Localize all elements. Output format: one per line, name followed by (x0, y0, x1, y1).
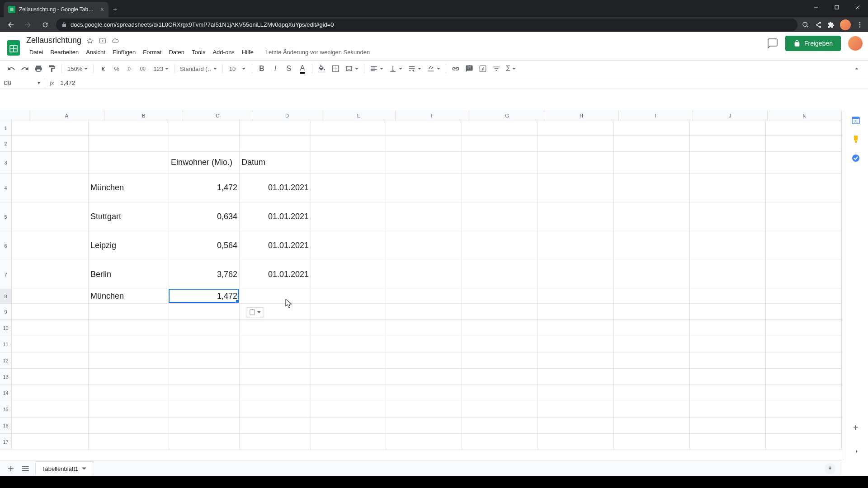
cell-E6[interactable] (311, 231, 386, 260)
cell-E8[interactable] (311, 289, 386, 304)
cell-H13[interactable] (538, 369, 614, 385)
cell-G2[interactable] (462, 136, 538, 152)
cell-C6[interactable]: 0,564 (169, 231, 240, 260)
cell-K11[interactable] (766, 336, 842, 352)
cell-K6[interactable] (766, 231, 842, 260)
cell-E16[interactable] (311, 418, 386, 434)
cell-F14[interactable] (386, 385, 462, 401)
cell-I1[interactable] (614, 121, 690, 136)
cell-F4[interactable] (386, 174, 462, 202)
cell-A14[interactable] (12, 385, 89, 401)
maximize-button[interactable] (826, 0, 847, 14)
cell-B13[interactable] (89, 369, 169, 385)
cell-D5[interactable]: 01.01.2021 (240, 202, 311, 231)
cell-I12[interactable] (614, 352, 690, 369)
cell-I17[interactable] (614, 434, 690, 450)
extensions-icon[interactable] (827, 21, 835, 28)
cell-C11[interactable] (169, 336, 240, 352)
cell-F6[interactable] (386, 231, 462, 260)
back-button[interactable] (5, 19, 17, 31)
cell-B4[interactable]: München (89, 174, 169, 202)
cell-B7[interactable]: Berlin (89, 260, 169, 289)
cell-H17[interactable] (538, 434, 614, 450)
cell-D1[interactable] (240, 121, 311, 136)
row-header-9[interactable]: 9 (0, 304, 11, 320)
cell-A16[interactable] (12, 418, 89, 434)
currency-button[interactable]: € (97, 63, 109, 75)
cell-H11[interactable] (538, 336, 614, 352)
decrease-decimal-button[interactable]: .0← (124, 63, 136, 75)
merge-dropdown[interactable] (343, 65, 360, 73)
new-tab-button[interactable]: + (113, 5, 117, 14)
cell-G11[interactable] (462, 336, 538, 352)
profile-avatar[interactable] (840, 19, 851, 30)
cell-G6[interactable] (462, 231, 538, 260)
cell-B17[interactable] (89, 434, 169, 450)
cell-C10[interactable] (169, 320, 240, 336)
sheet-tab[interactable]: Tabellenblatt1 (35, 461, 93, 476)
cell-C15[interactable] (169, 401, 240, 418)
cell-I7[interactable] (614, 260, 690, 289)
cell-E10[interactable] (311, 320, 386, 336)
wrap-dropdown[interactable] (406, 65, 423, 73)
cell-C4[interactable]: 1,472 (169, 174, 240, 202)
row-header-6[interactable]: 6 (0, 231, 11, 260)
italic-button[interactable]: I (269, 63, 281, 75)
cell-B9[interactable] (89, 304, 169, 320)
cell-D11[interactable] (240, 336, 311, 352)
cell-D15[interactable] (240, 401, 311, 418)
menu-einfügen[interactable]: Einfügen (109, 47, 139, 57)
cell-F3[interactable] (386, 152, 462, 174)
row-header-13[interactable]: 13 (0, 369, 11, 385)
add-sheet-button[interactable] (6, 464, 15, 473)
col-header-K[interactable]: K (768, 110, 842, 121)
doc-title[interactable]: Zellausrichtung (26, 36, 81, 45)
cell-H2[interactable] (538, 136, 614, 152)
cell-I10[interactable] (614, 320, 690, 336)
undo-button[interactable] (5, 63, 17, 75)
cell-K17[interactable] (766, 434, 842, 450)
menu-icon[interactable] (856, 21, 863, 28)
cell-B8[interactable]: München (89, 289, 169, 304)
cell-J17[interactable] (690, 434, 766, 450)
cell-G15[interactable] (462, 401, 538, 418)
cell-A9[interactable] (12, 304, 89, 320)
sheets-logo[interactable] (5, 38, 23, 56)
cell-C12[interactable] (169, 352, 240, 369)
cell-H4[interactable] (538, 174, 614, 202)
cell-F16[interactable] (386, 418, 462, 434)
cell-K15[interactable] (766, 401, 842, 418)
cell-B14[interactable] (89, 385, 169, 401)
col-header-I[interactable]: I (619, 110, 693, 121)
cell-J15[interactable] (690, 401, 766, 418)
cell-D4[interactable]: 01.01.2021 (240, 174, 311, 202)
cell-A3[interactable] (12, 152, 89, 174)
cell-J9[interactable] (690, 304, 766, 320)
menu-ansicht[interactable]: Ansicht (83, 47, 108, 57)
cell-A15[interactable] (12, 401, 89, 418)
cell-C16[interactable] (169, 418, 240, 434)
filter-button[interactable] (491, 63, 502, 75)
cell-E11[interactable] (311, 336, 386, 352)
cell-J7[interactable] (690, 260, 766, 289)
cell-D17[interactable] (240, 434, 311, 450)
row-header-8[interactable]: 8 (0, 289, 11, 304)
explore-button[interactable] (825, 463, 835, 474)
cell-G10[interactable] (462, 320, 538, 336)
row-header-10[interactable]: 10 (0, 320, 11, 336)
cell-I4[interactable] (614, 174, 690, 202)
reload-button[interactable] (39, 19, 52, 31)
menu-bearbeiten[interactable]: Bearbeiten (47, 47, 82, 57)
cell-B2[interactable] (89, 136, 169, 152)
cell-J16[interactable] (690, 418, 766, 434)
col-header-E[interactable]: E (322, 110, 396, 121)
cell-J13[interactable] (690, 369, 766, 385)
cell-K4[interactable] (766, 174, 842, 202)
cell-I3[interactable] (614, 152, 690, 174)
cell-K14[interactable] (766, 385, 842, 401)
increase-decimal-button[interactable]: .00→ (138, 63, 150, 75)
cell-C8[interactable]: 1,472 (169, 289, 240, 304)
cell-F8[interactable] (386, 289, 462, 304)
cell-A6[interactable] (12, 231, 89, 260)
cell-F5[interactable] (386, 202, 462, 231)
